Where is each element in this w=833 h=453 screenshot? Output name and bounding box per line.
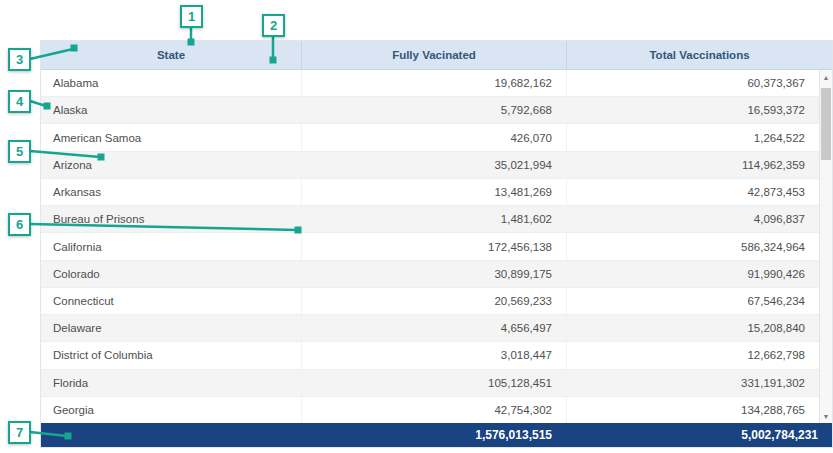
cell-state: California bbox=[41, 233, 301, 259]
table-row[interactable]: Alabama 19,682,162 60,373,367 bbox=[41, 70, 819, 97]
cell-state: Alabama bbox=[41, 70, 301, 96]
table-row[interactable]: Arkansas 13,481,269 42,873,453 bbox=[41, 179, 819, 206]
cell-total-vaccinations: 42,873,453 bbox=[566, 179, 819, 205]
cell-fully-vaccinated: 105,128,451 bbox=[301, 370, 566, 396]
cell-fully-vaccinated: 35,021,994 bbox=[301, 152, 566, 178]
cell-fully-vaccinated: 4,656,497 bbox=[301, 315, 566, 341]
cell-state: Colorado bbox=[41, 261, 301, 287]
scrollbar-track[interactable] bbox=[820, 84, 832, 409]
cell-state: Arizona bbox=[41, 152, 301, 178]
callout-2: 2 bbox=[262, 14, 285, 37]
vaccination-table: State Fully Vacinated Total Vaccinations… bbox=[40, 40, 833, 448]
cell-total-vaccinations: 134,288,765 bbox=[566, 397, 819, 423]
cell-fully-vaccinated: 172,456,138 bbox=[301, 233, 566, 259]
cell-total-vaccinations: 586,324,964 bbox=[566, 233, 819, 259]
table-row[interactable]: Connecticut 20,569,233 67,546,234 bbox=[41, 288, 819, 315]
cell-total-vaccinations: 16,593,372 bbox=[566, 97, 819, 123]
cell-fully-vaccinated: 3,018,447 bbox=[301, 342, 566, 368]
scroll-up-button[interactable]: ▲ bbox=[820, 70, 832, 84]
cell-total-vaccinations: 1,264,522 bbox=[566, 124, 819, 150]
cell-total-vaccinations: 91,990,426 bbox=[566, 261, 819, 287]
table-header-row: State Fully Vacinated Total Vaccinations bbox=[41, 41, 832, 70]
summary-cell-empty bbox=[41, 423, 301, 447]
cell-state: American Samoa bbox=[41, 124, 301, 150]
callout-2-label: 2 bbox=[270, 18, 277, 33]
cell-total-vaccinations: 67,546,234 bbox=[566, 288, 819, 314]
callout-3: 3 bbox=[8, 48, 31, 71]
summary-cell-fully-vaccinated: 1,576,013,515 bbox=[301, 423, 566, 447]
cell-fully-vaccinated: 19,682,162 bbox=[301, 70, 566, 96]
cell-fully-vaccinated: 13,481,269 bbox=[301, 179, 566, 205]
table-row[interactable]: Florida 105,128,451 331,191,302 bbox=[41, 370, 819, 397]
table-body-wrap: Alabama 19,682,162 60,373,367 Alaska 5,7… bbox=[41, 70, 832, 423]
table-row[interactable]: Arizona 35,021,994 114,962,359 bbox=[41, 152, 819, 179]
callout-5-label: 5 bbox=[16, 144, 23, 159]
callout-1: 1 bbox=[180, 5, 203, 28]
table-row[interactable]: Bureau of Prisons 1,481,602 4,096,837 bbox=[41, 206, 819, 233]
scroll-up-icon: ▲ bbox=[823, 74, 830, 81]
page: State Fully Vacinated Total Vaccinations… bbox=[0, 0, 833, 453]
scrollbar-thumb[interactable] bbox=[821, 88, 831, 160]
table-body: Alabama 19,682,162 60,373,367 Alaska 5,7… bbox=[41, 70, 819, 423]
callout-3-label: 3 bbox=[16, 52, 23, 67]
scroll-down-icon: ▼ bbox=[823, 413, 830, 420]
cell-state: Georgia bbox=[41, 397, 301, 423]
cell-total-vaccinations: 114,962,359 bbox=[566, 152, 819, 178]
cell-fully-vaccinated: 30,899,175 bbox=[301, 261, 566, 287]
cell-state: Bureau of Prisons bbox=[41, 206, 301, 232]
cell-total-vaccinations: 331,191,302 bbox=[566, 370, 819, 396]
table-row[interactable]: Delaware 4,656,497 15,208,840 bbox=[41, 315, 819, 342]
cell-fully-vaccinated: 426,070 bbox=[301, 124, 566, 150]
table-row[interactable]: California 172,456,138 586,324,964 bbox=[41, 233, 819, 260]
cell-fully-vaccinated: 42,754,302 bbox=[301, 397, 566, 423]
cell-fully-vaccinated: 1,481,602 bbox=[301, 206, 566, 232]
table-row[interactable]: District of Columbia 3,018,447 12,662,79… bbox=[41, 342, 819, 369]
table-row[interactable]: American Samoa 426,070 1,264,522 bbox=[41, 124, 819, 151]
summary-row: 1,576,013,515 5,002,784,231 bbox=[41, 423, 832, 447]
cell-state: Alaska bbox=[41, 97, 301, 123]
callout-5: 5 bbox=[8, 140, 31, 163]
cell-state: Delaware bbox=[41, 315, 301, 341]
cell-total-vaccinations: 4,096,837 bbox=[566, 206, 819, 232]
cell-state: Arkansas bbox=[41, 179, 301, 205]
summary-cell-total-vaccinations: 5,002,784,231 bbox=[566, 423, 832, 447]
cell-total-vaccinations: 12,662,798 bbox=[566, 342, 819, 368]
vertical-scrollbar[interactable]: ▲ ▼ bbox=[819, 70, 832, 423]
scroll-down-button[interactable]: ▼ bbox=[820, 409, 832, 423]
cell-total-vaccinations: 15,208,840 bbox=[566, 315, 819, 341]
cell-state: Connecticut bbox=[41, 288, 301, 314]
cell-state: District of Columbia bbox=[41, 342, 301, 368]
callout-6-label: 6 bbox=[16, 217, 23, 232]
callout-7-label: 7 bbox=[16, 425, 23, 440]
table-row[interactable]: Alaska 5,792,668 16,593,372 bbox=[41, 97, 819, 124]
callout-6: 6 bbox=[8, 213, 31, 236]
cell-fully-vaccinated: 20,569,233 bbox=[301, 288, 566, 314]
callout-4-label: 4 bbox=[16, 94, 23, 109]
table-row[interactable]: Georgia 42,754,302 134,288,765 bbox=[41, 397, 819, 423]
column-header-fully-vaccinated[interactable]: Fully Vacinated bbox=[301, 41, 566, 69]
cell-state: Florida bbox=[41, 370, 301, 396]
cell-total-vaccinations: 60,373,367 bbox=[566, 70, 819, 96]
cell-fully-vaccinated: 5,792,668 bbox=[301, 97, 566, 123]
callout-1-label: 1 bbox=[188, 9, 195, 24]
callout-7: 7 bbox=[8, 421, 31, 444]
column-header-total-vaccinations[interactable]: Total Vaccinations bbox=[566, 41, 832, 69]
column-header-state[interactable]: State bbox=[41, 41, 301, 69]
callout-4: 4 bbox=[8, 90, 31, 113]
table-row[interactable]: Colorado 30,899,175 91,990,426 bbox=[41, 261, 819, 288]
